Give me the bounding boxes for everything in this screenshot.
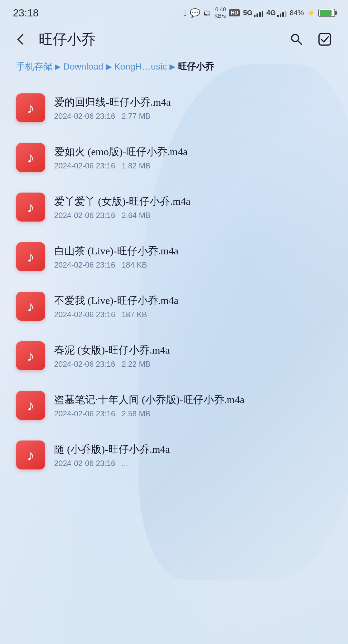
4g-signal: 4G (266, 9, 286, 17)
file-name: 爱丫爱丫 (女版)-旺仔小乔.m4a (54, 194, 332, 209)
file-name: 随 (小乔版)-旺仔小乔.m4a (54, 442, 332, 457)
search-button[interactable] (286, 29, 307, 50)
5g-signal: 5G (243, 9, 263, 17)
file-list: ♪ 爱的回归线-旺仔小乔.m4a 2024-02-06 23:16 2.77 M… (0, 84, 348, 478)
file-name: 爱如火 (emo版)-旺仔小乔.m4a (54, 145, 332, 159)
file-name: 不爱我 (Live)-旺仔小乔.m4a (54, 293, 332, 308)
file-meta: 2024-02-06 23:16 ... (54, 459, 332, 468)
music-note-icon: ♪ (27, 198, 34, 216)
breadcrumb-item-storage[interactable]: 手机存储 (16, 61, 52, 73)
file-item[interactable]: ♪ 盗墓笔记·十年人间 (小乔版)-旺仔小乔.m4a 2024-02-06 23… (10, 382, 338, 429)
status-icons:  💬 🗂 0.40 KB/s HD 5G 4G (183, 6, 335, 20)
battery-icon (318, 9, 335, 17)
music-note-icon: ♪ (27, 298, 34, 315)
file-info: 爱如火 (emo版)-旺仔小乔.m4a 2024-02-06 23:16 1.8… (54, 145, 332, 171)
file-meta: 2024-02-06 23:16 2.22 MB (54, 360, 332, 369)
charging-icon: ⚡ (307, 9, 315, 17)
breadcrumb: 手机存储 ▶ Download ▶ KongH…usic ▶ 旺仔小乔 (0, 55, 348, 78)
page-title: 旺仔小乔 (39, 30, 286, 49)
back-chevron-icon (17, 34, 28, 45)
file-item[interactable]: ♪ 不爱我 (Live)-旺仔小乔.m4a 2024-02-06 23:16 1… (10, 283, 338, 330)
search-icon (289, 32, 304, 46)
file-item[interactable]: ♪ 随 (小乔版)-旺仔小乔.m4a 2024-02-06 23:16 ... (10, 431, 338, 478)
file-name: 白山茶 (Live)-旺仔小乔.m4a (54, 244, 332, 258)
file-info: 不爱我 (Live)-旺仔小乔.m4a 2024-02-06 23:16 187… (54, 293, 332, 319)
file-info: 爱的回归线-旺仔小乔.m4a 2024-02-06 23:16 2.77 MB (54, 95, 332, 121)
music-note-icon: ♪ (27, 397, 34, 414)
file-meta: 2024-02-06 23:16 2.58 MB (54, 409, 332, 418)
5g-bars (254, 9, 263, 17)
file-name: 春泥 (女版)-旺仔小乔.m4a (54, 343, 332, 357)
file-item[interactable]: ♪ 爱丫爱丫 (女版)-旺仔小乔.m4a 2024-02-06 23:16 2.… (10, 184, 338, 231)
file-icon: ♪ (16, 193, 45, 222)
music-note-icon: ♪ (27, 446, 34, 464)
svg-line-1 (298, 41, 302, 44)
file-info: 爱丫爱丫 (女版)-旺仔小乔.m4a 2024-02-06 23:16 2.64… (54, 194, 332, 220)
music-note-icon: ♪ (27, 99, 34, 117)
file-item[interactable]: ♪ 春泥 (女版)-旺仔小乔.m4a 2024-02-06 23:16 2.22… (10, 332, 338, 379)
file-item[interactable]: ♪ 爱如火 (emo版)-旺仔小乔.m4a 2024-02-06 23:16 1… (10, 134, 338, 181)
music-note-icon: ♪ (27, 149, 34, 166)
wechat-icon: 💬 (190, 8, 200, 18)
4g-label: 4G (266, 9, 276, 17)
file-info: 盗墓笔记·十年人间 (小乔版)-旺仔小乔.m4a 2024-02-06 23:1… (54, 393, 332, 419)
file-item[interactable]: ♪ 爱的回归线-旺仔小乔.m4a 2024-02-06 23:16 2.77 M… (10, 84, 338, 131)
music-note-icon: ♪ (27, 347, 34, 365)
file-meta: 2024-02-06 23:16 1.82 MB (54, 161, 332, 170)
file-info: 白山茶 (Live)-旺仔小乔.m4a 2024-02-06 23:16 184… (54, 244, 332, 270)
file-info: 随 (小乔版)-旺仔小乔.m4a 2024-02-06 23:16 ... (54, 442, 332, 468)
back-button[interactable] (13, 30, 32, 49)
header: 旺仔小乔 (0, 23, 348, 55)
header-actions (286, 29, 335, 50)
breadcrumb-item-kongmusic[interactable]: KongH…usic (114, 62, 167, 72)
hd-badge: HD (229, 9, 240, 16)
select-button[interactable] (314, 29, 335, 50)
music-note-icon: ♪ (27, 248, 34, 265)
status-bar: 23:18  💬 🗂 0.40 KB/s HD 5G (0, 0, 348, 23)
checkbox-icon (318, 32, 332, 46)
notification-icon: 🗂 (203, 8, 211, 17)
file-icon: ♪ (16, 391, 45, 420)
file-icon: ♪ (16, 143, 45, 172)
breadcrumb-separator-2: ▶ (106, 62, 112, 71)
breadcrumb-separator-1: ▶ (55, 62, 61, 71)
file-name: 爱的回归线-旺仔小乔.m4a (54, 95, 332, 109)
wechat-icon:  (183, 8, 187, 18)
file-icon: ♪ (16, 440, 45, 469)
breadcrumb-separator-3: ▶ (169, 62, 175, 71)
file-icon: ♪ (16, 292, 45, 321)
battery-percentage: 84% (290, 9, 304, 17)
file-meta: 2024-02-06 23:16 184 KB (54, 260, 332, 270)
4g-bars (277, 9, 286, 17)
file-icon: ♪ (16, 242, 45, 271)
breadcrumb-item-download[interactable]: Download (63, 62, 103, 72)
file-item[interactable]: ♪ 白山茶 (Live)-旺仔小乔.m4a 2024-02-06 23:16 1… (10, 233, 338, 280)
5g-label: 5G (243, 9, 252, 17)
file-meta: 2024-02-06 23:16 2.64 MB (54, 211, 332, 220)
file-meta: 2024-02-06 23:16 2.77 MB (54, 112, 332, 121)
file-info: 春泥 (女版)-旺仔小乔.m4a 2024-02-06 23:16 2.22 M… (54, 343, 332, 369)
network-speed: 0.40 KB/s (214, 6, 226, 20)
file-meta: 2024-02-06 23:16 187 KB (54, 310, 332, 319)
breadcrumb-current: 旺仔小乔 (178, 61, 214, 73)
status-time: 23:18 (13, 7, 39, 19)
file-name: 盗墓笔记·十年人间 (小乔版)-旺仔小乔.m4a (54, 393, 332, 407)
file-icon: ♪ (16, 341, 45, 370)
file-icon: ♪ (16, 93, 45, 122)
